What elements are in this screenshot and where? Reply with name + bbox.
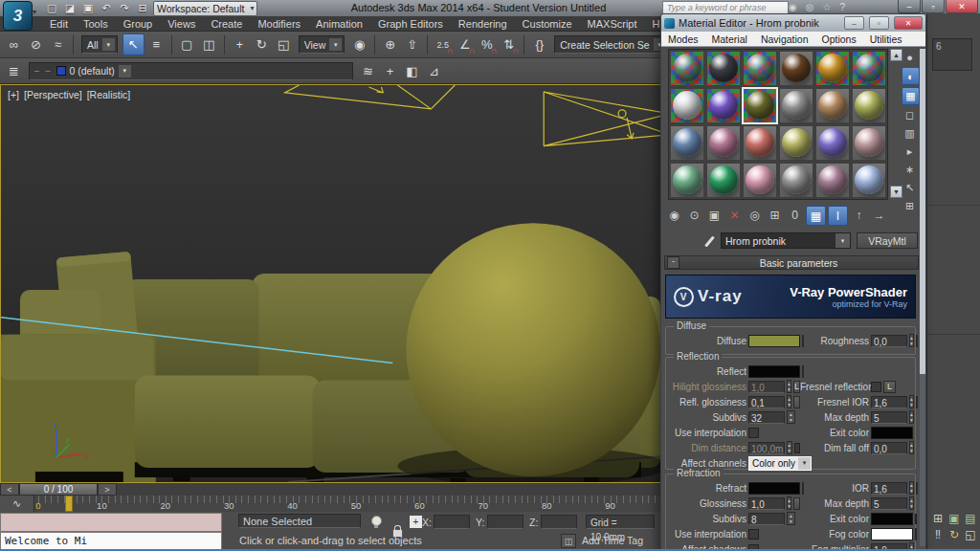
reflection-max-depth-spinner[interactable] [909, 410, 914, 424]
maximize-button[interactable]: ▫ [922, 0, 945, 13]
refl-glossiness-map-button[interactable] [793, 396, 800, 408]
make-material-copy-icon[interactable]: ◎ [746, 206, 764, 224]
viewport-shading-menu[interactable]: [Realistic] [87, 89, 131, 100]
put-to-library-icon[interactable]: ⊞ [766, 206, 784, 224]
save-file-icon[interactable]: ▣ [80, 2, 96, 15]
ior-map-button[interactable] [916, 482, 918, 495]
diffuse-color-swatch[interactable] [748, 335, 800, 347]
material-map-navigator-icon[interactable]: ⊞ [902, 198, 918, 214]
me-menu-utilities[interactable]: Utilities [863, 33, 909, 45]
track-bar-ruler[interactable]: 0102030405060708090 [34, 496, 660, 512]
maxscript-mini-listener[interactable]: Welcome to Mi [0, 532, 222, 551]
material-sample[interactable] [705, 87, 742, 124]
select-and-rotate-icon[interactable]: ↻ [252, 34, 272, 55]
fresnel-ior-map-button[interactable] [916, 396, 918, 408]
basic-parameters-rollout[interactable]: - Basic parameters [664, 255, 919, 270]
selection-filter-dropdown[interactable]: All▾ [81, 35, 118, 54]
zoom-extents-all-selected-icon[interactable]: ▤ [964, 512, 977, 525]
select-object-icon[interactable]: ↖ [122, 33, 145, 55]
minimize-button[interactable]: – [898, 0, 921, 13]
pick-material-from-object-icon[interactable] [702, 234, 717, 250]
project-folder-icon[interactable]: ⊟ [135, 2, 150, 15]
create-new-layer-icon[interactable]: ≋ [358, 61, 378, 81]
material-sample[interactable] [742, 87, 778, 124]
material-sample[interactable] [814, 124, 851, 162]
refraction-subdivs-spinner[interactable] [787, 512, 795, 525]
video-color-check-icon[interactable]: ▥ [902, 125, 918, 142]
edit-named-selection-sets-icon[interactable]: {} [529, 34, 549, 55]
dim-distance-field[interactable]: 100,0m [748, 442, 785, 454]
select-and-manipulate-icon[interactable]: ⊕ [380, 34, 400, 55]
me-menu-navigation[interactable]: Navigation [754, 33, 815, 45]
ior-field[interactable]: 1,6 [871, 482, 907, 495]
refraction-glossiness-spinner[interactable] [787, 496, 791, 510]
refraction-max-depth-field[interactable]: 5 [871, 497, 907, 510]
roughness-field[interactable]: 0,0 [871, 335, 907, 347]
reflect-color-swatch[interactable] [748, 365, 800, 378]
material-sample[interactable] [814, 87, 851, 124]
redo-icon[interactable]: ↷ [117, 2, 132, 15]
material-sample[interactable] [851, 162, 887, 199]
zoom-extents-selected-icon[interactable]: ▣ [947, 512, 961, 525]
close-button[interactable]: ✕ [946, 0, 978, 13]
isolate-selection-icon[interactable] [371, 516, 382, 526]
orbit-icon[interactable]: ↻ [947, 528, 961, 541]
make-preview-icon[interactable]: ▸ [902, 143, 918, 160]
layer-dropdown[interactable]: – –0 (default)▾ [29, 62, 353, 80]
reference-coordinate-system-dropdown[interactable]: View▾ [299, 35, 345, 54]
reflection-use-interpolation-checkbox[interactable] [748, 428, 759, 438]
refraction-max-depth-spinner[interactable] [909, 496, 914, 510]
material-sample[interactable] [742, 124, 778, 162]
hilight-glossiness-spinner[interactable] [787, 380, 791, 393]
chevron-down-icon[interactable]: ▾ [102, 38, 115, 51]
maxscript-mini-listener-macro[interactable] [0, 513, 222, 532]
keyboard-shortcut-override-icon[interactable]: ⇧ [402, 34, 422, 55]
material-name-dropdown[interactable]: Hrom probnik ▾ [721, 232, 851, 249]
material-sample[interactable] [705, 162, 742, 199]
assign-material-to-selection-icon[interactable]: ▣ [705, 206, 724, 224]
material-sample[interactable] [778, 124, 814, 162]
undo-icon[interactable]: ↶ [99, 2, 114, 15]
menu-maxscript[interactable]: MAXScript [580, 18, 645, 30]
reflection-subdivs-field[interactable]: 32 [748, 411, 785, 424]
window-crossing-icon[interactable]: ◫ [199, 34, 219, 55]
menu-rendering[interactable]: Rendering [451, 18, 515, 30]
fresnel-reflections-checkbox[interactable] [871, 382, 881, 392]
add-time-tag-button[interactable]: Add Time Tag [582, 535, 643, 546]
roughness-map-button[interactable] [916, 335, 918, 347]
walk-through-icon[interactable]: ‼ [931, 528, 945, 541]
help-icon[interactable]: ? [839, 2, 845, 12]
put-material-to-scene-icon[interactable]: ⊙ [685, 206, 703, 224]
me-maximize-button[interactable]: ▫ [869, 16, 889, 30]
material-editor-titlebar[interactable]: Material Editor - Hrom probnik – ▫ ✕ [661, 14, 925, 32]
material-sample[interactable] [778, 87, 814, 124]
material-sample[interactable] [778, 50, 814, 87]
maximize-viewport-toggle-icon[interactable]: ◱ [964, 528, 977, 541]
go-to-parent-icon[interactable]: ↑ [850, 206, 868, 224]
material-sample[interactable] [742, 50, 778, 87]
application-menu-button[interactable]: 3 [3, 1, 33, 31]
sample-uv-tiling-icon[interactable]: ◻ [902, 107, 918, 123]
application-menu-chevron-icon[interactable]: ▾ [33, 8, 36, 16]
material-sample[interactable] [669, 162, 705, 199]
select-objects-in-layer-icon[interactable]: ◧ [402, 61, 422, 81]
ior-spinner[interactable] [909, 481, 914, 495]
background-icon[interactable]: ▦ [902, 87, 920, 105]
use-pivot-point-center-icon[interactable]: ◉ [349, 34, 369, 55]
named-selection-set-dropdown[interactable]: Create Selection Se▾ [554, 35, 668, 54]
next-frame-button[interactable]: > [98, 483, 117, 496]
menu-modifiers[interactable]: Modifiers [250, 18, 308, 30]
reset-map-icon[interactable]: ✕ [725, 206, 744, 224]
rollout-collapse-icon[interactable]: - [667, 256, 679, 269]
refraction-glossiness-map-button[interactable] [793, 497, 800, 510]
refraction-use-interpolation-checkbox[interactable] [748, 529, 759, 540]
material-sample[interactable] [778, 162, 814, 199]
reflect-map-button[interactable] [802, 365, 804, 378]
refract-color-swatch[interactable] [748, 482, 800, 495]
material-sample[interactable] [814, 50, 851, 87]
material-sample[interactable] [669, 87, 705, 124]
dim-distance-spinner[interactable] [787, 441, 792, 454]
sphere-object[interactable] [406, 223, 660, 476]
menu-animation[interactable]: Animation [308, 18, 370, 30]
open-mini-curve-editor-button[interactable]: ∿ [0, 496, 34, 512]
